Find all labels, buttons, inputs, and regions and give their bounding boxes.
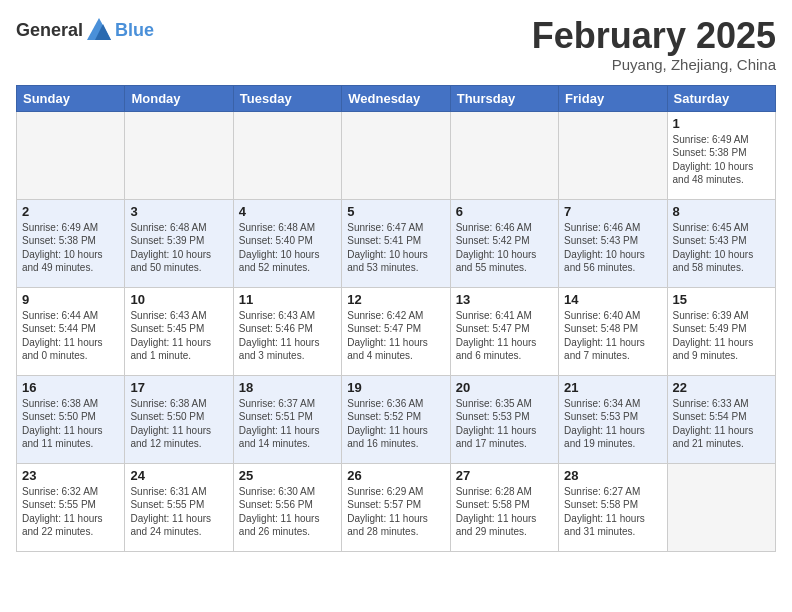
calendar-cell: 9Sunrise: 6:44 AM Sunset: 5:44 PM Daylig… (17, 287, 125, 375)
day-info: Sunrise: 6:41 AM Sunset: 5:47 PM Dayligh… (456, 309, 553, 363)
day-info: Sunrise: 6:45 AM Sunset: 5:43 PM Dayligh… (673, 221, 770, 275)
weekday-header-sunday: Sunday (17, 85, 125, 111)
day-number: 5 (347, 204, 444, 219)
day-info: Sunrise: 6:32 AM Sunset: 5:55 PM Dayligh… (22, 485, 119, 539)
calendar-cell: 13Sunrise: 6:41 AM Sunset: 5:47 PM Dayli… (450, 287, 558, 375)
day-info: Sunrise: 6:43 AM Sunset: 5:45 PM Dayligh… (130, 309, 227, 363)
calendar-week-row: 1Sunrise: 6:49 AM Sunset: 5:38 PM Daylig… (17, 111, 776, 199)
calendar-cell (342, 111, 450, 199)
calendar-cell: 14Sunrise: 6:40 AM Sunset: 5:48 PM Dayli… (559, 287, 667, 375)
day-info: Sunrise: 6:28 AM Sunset: 5:58 PM Dayligh… (456, 485, 553, 539)
day-number: 18 (239, 380, 336, 395)
calendar-cell (125, 111, 233, 199)
calendar-week-row: 16Sunrise: 6:38 AM Sunset: 5:50 PM Dayli… (17, 375, 776, 463)
calendar-cell: 5Sunrise: 6:47 AM Sunset: 5:41 PM Daylig… (342, 199, 450, 287)
day-number: 6 (456, 204, 553, 219)
day-number: 9 (22, 292, 119, 307)
calendar-cell: 18Sunrise: 6:37 AM Sunset: 5:51 PM Dayli… (233, 375, 341, 463)
calendar-week-row: 23Sunrise: 6:32 AM Sunset: 5:55 PM Dayli… (17, 463, 776, 551)
day-number: 28 (564, 468, 661, 483)
calendar-cell: 24Sunrise: 6:31 AM Sunset: 5:55 PM Dayli… (125, 463, 233, 551)
calendar-cell: 8Sunrise: 6:45 AM Sunset: 5:43 PM Daylig… (667, 199, 775, 287)
day-number: 12 (347, 292, 444, 307)
calendar-cell: 6Sunrise: 6:46 AM Sunset: 5:42 PM Daylig… (450, 199, 558, 287)
calendar-header-row: SundayMondayTuesdayWednesdayThursdayFrid… (17, 85, 776, 111)
calendar-cell: 16Sunrise: 6:38 AM Sunset: 5:50 PM Dayli… (17, 375, 125, 463)
logo-icon (85, 16, 113, 44)
day-info: Sunrise: 6:38 AM Sunset: 5:50 PM Dayligh… (22, 397, 119, 451)
day-number: 20 (456, 380, 553, 395)
calendar-cell: 1Sunrise: 6:49 AM Sunset: 5:38 PM Daylig… (667, 111, 775, 199)
calendar-cell (667, 463, 775, 551)
calendar-cell (233, 111, 341, 199)
logo-blue-text: Blue (115, 20, 154, 41)
day-info: Sunrise: 6:31 AM Sunset: 5:55 PM Dayligh… (130, 485, 227, 539)
day-number: 24 (130, 468, 227, 483)
logo: General Blue (16, 16, 154, 44)
weekday-header-friday: Friday (559, 85, 667, 111)
weekday-header-wednesday: Wednesday (342, 85, 450, 111)
weekday-header-monday: Monday (125, 85, 233, 111)
day-info: Sunrise: 6:47 AM Sunset: 5:41 PM Dayligh… (347, 221, 444, 275)
day-info: Sunrise: 6:29 AM Sunset: 5:57 PM Dayligh… (347, 485, 444, 539)
month-title: February 2025 (532, 16, 776, 56)
day-number: 26 (347, 468, 444, 483)
calendar-cell: 28Sunrise: 6:27 AM Sunset: 5:58 PM Dayli… (559, 463, 667, 551)
calendar-cell: 17Sunrise: 6:38 AM Sunset: 5:50 PM Dayli… (125, 375, 233, 463)
day-number: 19 (347, 380, 444, 395)
day-number: 25 (239, 468, 336, 483)
weekday-header-tuesday: Tuesday (233, 85, 341, 111)
day-number: 8 (673, 204, 770, 219)
day-info: Sunrise: 6:48 AM Sunset: 5:40 PM Dayligh… (239, 221, 336, 275)
day-number: 3 (130, 204, 227, 219)
day-info: Sunrise: 6:39 AM Sunset: 5:49 PM Dayligh… (673, 309, 770, 363)
day-info: Sunrise: 6:30 AM Sunset: 5:56 PM Dayligh… (239, 485, 336, 539)
day-number: 23 (22, 468, 119, 483)
calendar-cell: 4Sunrise: 6:48 AM Sunset: 5:40 PM Daylig… (233, 199, 341, 287)
day-info: Sunrise: 6:38 AM Sunset: 5:50 PM Dayligh… (130, 397, 227, 451)
calendar-cell: 23Sunrise: 6:32 AM Sunset: 5:55 PM Dayli… (17, 463, 125, 551)
calendar-cell: 7Sunrise: 6:46 AM Sunset: 5:43 PM Daylig… (559, 199, 667, 287)
calendar-cell (559, 111, 667, 199)
day-info: Sunrise: 6:40 AM Sunset: 5:48 PM Dayligh… (564, 309, 661, 363)
day-info: Sunrise: 6:44 AM Sunset: 5:44 PM Dayligh… (22, 309, 119, 363)
calendar-cell: 10Sunrise: 6:43 AM Sunset: 5:45 PM Dayli… (125, 287, 233, 375)
calendar-cell: 15Sunrise: 6:39 AM Sunset: 5:49 PM Dayli… (667, 287, 775, 375)
day-number: 4 (239, 204, 336, 219)
day-info: Sunrise: 6:46 AM Sunset: 5:42 PM Dayligh… (456, 221, 553, 275)
day-number: 7 (564, 204, 661, 219)
day-info: Sunrise: 6:49 AM Sunset: 5:38 PM Dayligh… (673, 133, 770, 187)
day-number: 21 (564, 380, 661, 395)
day-number: 15 (673, 292, 770, 307)
calendar-cell: 21Sunrise: 6:34 AM Sunset: 5:53 PM Dayli… (559, 375, 667, 463)
title-area: February 2025 Puyang, Zhejiang, China (532, 16, 776, 73)
weekday-header-thursday: Thursday (450, 85, 558, 111)
day-info: Sunrise: 6:49 AM Sunset: 5:38 PM Dayligh… (22, 221, 119, 275)
calendar-week-row: 9Sunrise: 6:44 AM Sunset: 5:44 PM Daylig… (17, 287, 776, 375)
day-number: 14 (564, 292, 661, 307)
day-info: Sunrise: 6:34 AM Sunset: 5:53 PM Dayligh… (564, 397, 661, 451)
calendar-cell: 2Sunrise: 6:49 AM Sunset: 5:38 PM Daylig… (17, 199, 125, 287)
day-number: 27 (456, 468, 553, 483)
location-subtitle: Puyang, Zhejiang, China (532, 56, 776, 73)
calendar-cell: 26Sunrise: 6:29 AM Sunset: 5:57 PM Dayli… (342, 463, 450, 551)
calendar-cell: 27Sunrise: 6:28 AM Sunset: 5:58 PM Dayli… (450, 463, 558, 551)
weekday-header-saturday: Saturday (667, 85, 775, 111)
calendar-cell (450, 111, 558, 199)
day-info: Sunrise: 6:36 AM Sunset: 5:52 PM Dayligh… (347, 397, 444, 451)
day-info: Sunrise: 6:43 AM Sunset: 5:46 PM Dayligh… (239, 309, 336, 363)
day-number: 16 (22, 380, 119, 395)
day-number: 1 (673, 116, 770, 131)
calendar-cell: 3Sunrise: 6:48 AM Sunset: 5:39 PM Daylig… (125, 199, 233, 287)
calendar-cell: 22Sunrise: 6:33 AM Sunset: 5:54 PM Dayli… (667, 375, 775, 463)
calendar-table: SundayMondayTuesdayWednesdayThursdayFrid… (16, 85, 776, 552)
calendar-week-row: 2Sunrise: 6:49 AM Sunset: 5:38 PM Daylig… (17, 199, 776, 287)
day-number: 11 (239, 292, 336, 307)
day-number: 22 (673, 380, 770, 395)
day-info: Sunrise: 6:33 AM Sunset: 5:54 PM Dayligh… (673, 397, 770, 451)
calendar-cell: 20Sunrise: 6:35 AM Sunset: 5:53 PM Dayli… (450, 375, 558, 463)
day-info: Sunrise: 6:48 AM Sunset: 5:39 PM Dayligh… (130, 221, 227, 275)
calendar-cell: 25Sunrise: 6:30 AM Sunset: 5:56 PM Dayli… (233, 463, 341, 551)
day-info: Sunrise: 6:37 AM Sunset: 5:51 PM Dayligh… (239, 397, 336, 451)
day-info: Sunrise: 6:27 AM Sunset: 5:58 PM Dayligh… (564, 485, 661, 539)
